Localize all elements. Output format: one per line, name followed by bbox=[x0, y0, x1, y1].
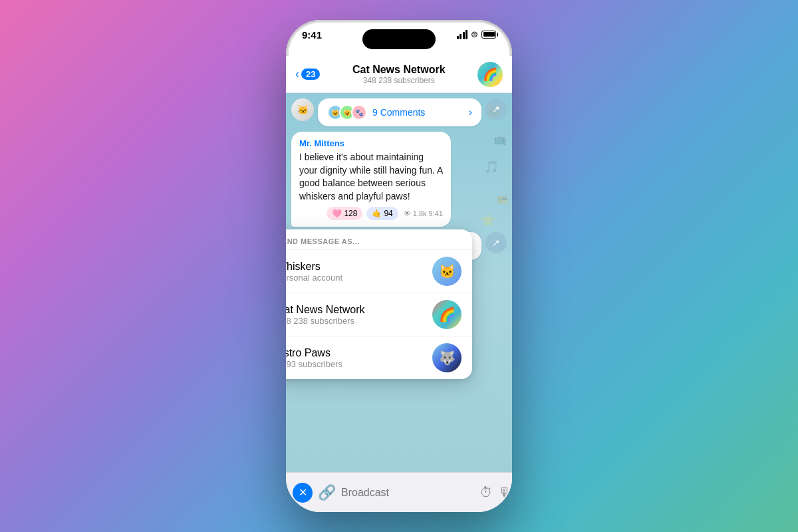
comment-row-1[interactable]: 🐱 😺 🐾 9 Comments › bbox=[318, 98, 481, 126]
views-icon: 👁 bbox=[404, 209, 411, 217]
dropdown-cnn-info: Cat News Network 348 238 subscribers bbox=[286, 304, 424, 326]
back-chevron-icon: ‹ bbox=[295, 67, 299, 81]
comment-avatars-1: 🐱 😺 🐾 bbox=[327, 104, 367, 120]
message-1-meta: 👁 1.8k 9:41 bbox=[404, 209, 443, 217]
dropdown-astro-info: Astro Paws 5493 subscribers bbox=[286, 347, 424, 369]
broadcast-input[interactable] bbox=[341, 487, 474, 499]
dropdown-whiskers-avatar: 🐱 bbox=[432, 257, 462, 286]
comment-count-1[interactable]: 9 Comments bbox=[372, 107, 469, 118]
message-1-row: Mr. Mittens I believe it's about maintai… bbox=[291, 132, 507, 227]
message-1-footer: 🩷 128 🤙 94 👁 1.8k 9:41 bbox=[299, 207, 443, 220]
wifi-icon: ⊜ bbox=[471, 29, 478, 39]
post-1-row: 🐱 🐱 😺 🐾 9 Comments › ↗ bbox=[291, 98, 507, 126]
input-bar: ✕ 🔗 ⏱ 🎙 bbox=[286, 472, 512, 512]
post-1-content: 🐱 😺 🐾 9 Comments › bbox=[318, 98, 481, 126]
status-time: 9:41 bbox=[302, 29, 322, 41]
dropdown-header: SEND MESSAGE AS... bbox=[286, 229, 472, 249]
mic-icon[interactable]: 🎙 bbox=[498, 485, 511, 500]
dropdown-cnn-sub: 348 238 subscribers bbox=[286, 316, 424, 326]
message-1-text: I believe it's about maintaining your di… bbox=[299, 151, 443, 203]
phone-frame: 9:41 ⊜ ‹ 23 Cat News Network 348 238 sub… bbox=[286, 20, 512, 512]
dropdown-whiskers-info: Whiskers personal account bbox=[286, 261, 424, 283]
chat-area: 🐱 📺 🎵 📻 ⭐ 🐟 🐱 🐱 😺 🐾 9 Comme bbox=[286, 93, 512, 472]
timer-icon[interactable]: ⏱ bbox=[479, 485, 493, 500]
dropdown-whiskers-sub: personal account bbox=[286, 273, 424, 283]
reaction-shaka[interactable]: 🤙 94 bbox=[366, 207, 398, 220]
dropdown-astro-avatar: 🐺 bbox=[432, 343, 462, 372]
reaction-shaka-emoji: 🤙 bbox=[372, 209, 382, 218]
send-as-dropdown: SEND MESSAGE AS... Whiskers personal acc… bbox=[286, 229, 472, 379]
dropdown-item-astro[interactable]: Astro Paws 5493 subscribers 🐺 bbox=[286, 336, 472, 379]
message-1-bubble: Mr. Mittens I believe it's about maintai… bbox=[291, 132, 451, 227]
dropdown-cnn-name: Cat News Network bbox=[286, 304, 424, 316]
close-icon: ✕ bbox=[299, 486, 307, 499]
attach-icon[interactable]: 🔗 bbox=[318, 484, 336, 501]
dropdown-item-whiskers[interactable]: Whiskers personal account 🐱 bbox=[286, 249, 472, 293]
status-icons: ⊜ bbox=[457, 29, 497, 39]
back-badge[interactable]: 23 bbox=[301, 68, 320, 80]
dropdown-item-cnn[interactable]: Cat News Network 348 238 subscribers 🌈 bbox=[286, 293, 472, 336]
back-button[interactable]: ‹ 23 bbox=[295, 67, 320, 81]
dropdown-whiskers-name: Whiskers bbox=[286, 261, 424, 273]
reaction-heart-count: 128 bbox=[344, 209, 357, 218]
message-1-time: 9:41 bbox=[429, 209, 443, 217]
reaction-shaka-count: 94 bbox=[384, 209, 392, 218]
comment-chevron-icon: › bbox=[469, 106, 472, 118]
reaction-heart-emoji: 🩷 bbox=[332, 209, 342, 218]
message-1-views: 1.8k bbox=[413, 209, 427, 217]
dropdown-astro-sub: 5493 subscribers bbox=[286, 359, 424, 369]
channel-name: Cat News Network bbox=[352, 64, 446, 76]
channel-avatar[interactable]: 🌈 bbox=[477, 62, 503, 87]
share-button-1[interactable]: ↗ bbox=[485, 98, 507, 120]
dynamic-island bbox=[362, 29, 436, 49]
reaction-heart[interactable]: 🩷 128 bbox=[327, 207, 362, 220]
reactions-1: 🩷 128 🤙 94 bbox=[327, 207, 398, 220]
post-1-avatar: 🐱 bbox=[291, 98, 314, 121]
channel-subscribers: 348 238 subscribers bbox=[352, 76, 446, 85]
message-1-author: Mr. Mittens bbox=[299, 138, 443, 148]
commenter-avatar: 🐾 bbox=[351, 104, 367, 120]
battery-icon bbox=[481, 31, 496, 39]
close-button[interactable]: ✕ bbox=[293, 483, 313, 503]
nav-header: ‹ 23 Cat News Network 348 238 subscriber… bbox=[286, 56, 512, 93]
signal-bars-icon bbox=[457, 30, 468, 39]
channel-info: Cat News Network 348 238 subscribers bbox=[352, 64, 446, 85]
input-right-icons: ⏱ 🎙 bbox=[479, 485, 511, 500]
dropdown-astro-name: Astro Paws bbox=[286, 347, 424, 359]
share-button-2[interactable]: ↗ bbox=[485, 232, 507, 253]
dropdown-cnn-avatar: 🌈 bbox=[432, 300, 462, 329]
